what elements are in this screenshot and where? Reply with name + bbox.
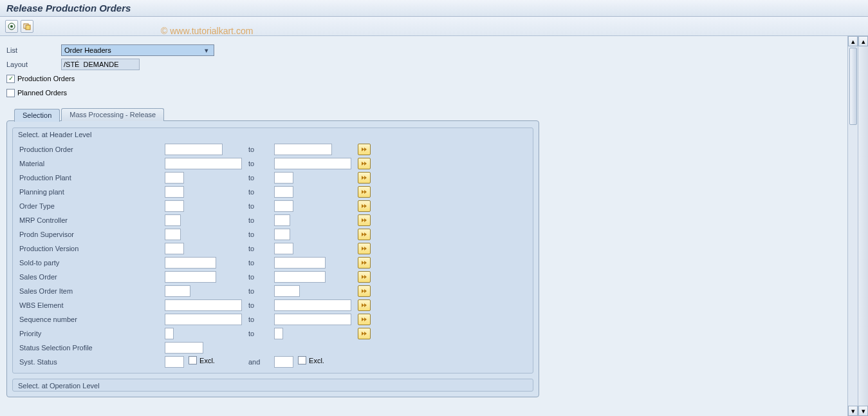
label-soldto: Sold-to party (17, 259, 165, 267)
label-priority: Priority (17, 330, 165, 337)
syst-status-from[interactable] (165, 356, 184, 368)
multi-select-button[interactable] (358, 328, 371, 339)
production-order-from[interactable] (165, 144, 223, 155)
row-material: Material to (13, 156, 533, 171)
version-from[interactable] (165, 243, 184, 254)
label-sales-item: Sales Order Item (17, 287, 165, 295)
and-label: and (248, 358, 274, 366)
row-sequence-number: Sequence number to (13, 312, 533, 326)
status-profile-input[interactable] (165, 342, 203, 354)
soldto-to[interactable] (274, 257, 326, 269)
excl-from-checkbox[interactable] (189, 356, 197, 364)
execute-button[interactable] (5, 20, 18, 33)
svg-point-1 (10, 25, 13, 28)
production-plant-from[interactable] (165, 172, 184, 184)
outer-scrollbar[interactable]: ▴ ▾ (858, 36, 868, 416)
to-label: to (248, 330, 274, 337)
priority-from[interactable] (165, 328, 174, 339)
priority-to[interactable] (274, 328, 283, 339)
multi-select-button[interactable] (358, 299, 371, 311)
label-order-type: Order Type (17, 202, 165, 210)
label-wbs: WBS Element (17, 301, 165, 309)
label-seq: Sequence number (17, 316, 165, 323)
group-header-level: Select. at Header Level Production Order… (12, 128, 533, 373)
multi-select-button[interactable] (358, 257, 371, 269)
wbs-to[interactable] (274, 299, 351, 311)
label-sales-order: Sales Order (17, 273, 165, 281)
multi-select-button[interactable] (358, 158, 371, 169)
planned-orders-checkbox[interactable] (6, 89, 15, 97)
sales-item-from[interactable] (165, 285, 190, 297)
excl-to-checkbox[interactable] (298, 356, 306, 364)
label-status-profile: Status Selection Profile (17, 344, 165, 352)
chevron-down-icon: ▾ (202, 46, 211, 55)
multi-select-button[interactable] (358, 314, 371, 325)
production-orders-checkbox[interactable] (6, 75, 15, 83)
group-header-title: Select. at Header Level (13, 128, 533, 142)
label-planning-plant: Planning plant (17, 188, 165, 196)
scroll-up-icon[interactable]: ▴ (848, 36, 858, 46)
seq-to[interactable] (274, 314, 351, 325)
multi-select-button[interactable] (358, 144, 371, 155)
variant-button[interactable] (21, 20, 33, 33)
list-dropdown[interactable]: Order Headers ▾ (61, 44, 214, 56)
tab-selection[interactable]: Selection (14, 109, 60, 122)
multi-select-button[interactable] (358, 172, 371, 184)
production-plant-to[interactable] (274, 172, 293, 184)
to-label: to (248, 316, 274, 323)
to-label: to (248, 174, 274, 182)
planning-plant-to[interactable] (274, 186, 293, 198)
layout-input[interactable] (61, 59, 140, 70)
multi-select-button[interactable] (358, 200, 371, 212)
multi-select-button[interactable] (358, 229, 371, 240)
row-production-version: Production Version to (13, 241, 533, 256)
scroll-down-icon[interactable]: ▾ (858, 406, 868, 416)
inner-scrollbar[interactable]: ▴ ▾ (847, 36, 858, 416)
sales-order-to[interactable] (274, 271, 326, 283)
row-wbs: WBS Element to (13, 298, 533, 312)
supervisor-to[interactable] (274, 229, 290, 240)
svg-rect-3 (26, 25, 30, 30)
label-production-plant: Production Plant (17, 174, 165, 182)
material-to[interactable] (274, 158, 351, 169)
multi-select-button[interactable] (358, 285, 371, 297)
to-label: to (248, 287, 274, 295)
layout-label: Layout (6, 61, 61, 68)
mrp-to[interactable] (274, 214, 290, 226)
wbs-from[interactable] (165, 299, 242, 311)
mrp-from[interactable] (165, 214, 181, 226)
label-syst-status: Syst. Status (17, 358, 165, 366)
to-label: to (248, 188, 274, 196)
order-type-to[interactable] (274, 200, 293, 212)
to-label: to (248, 160, 274, 167)
production-order-to[interactable] (274, 144, 332, 155)
planning-plant-from[interactable] (165, 186, 184, 198)
row-order-type: Order Type to (13, 199, 533, 213)
tab-strip: Selection Mass Processing - Release (14, 108, 843, 121)
syst-status-to[interactable] (274, 356, 293, 368)
label-production-order: Production Order (17, 146, 165, 153)
scroll-thumb[interactable] (849, 48, 857, 125)
scroll-up-icon[interactable]: ▴ (858, 36, 868, 46)
multi-select-button[interactable] (358, 214, 371, 226)
order-type-from[interactable] (165, 200, 184, 212)
seq-from[interactable] (165, 314, 242, 325)
page-title: Release Production Orders (6, 3, 131, 14)
content-area: List Order Headers ▾ Layout Production O… (0, 36, 868, 416)
to-label: to (248, 259, 274, 267)
sales-order-from[interactable] (165, 271, 216, 283)
soldto-from[interactable] (165, 257, 216, 269)
production-orders-label: Production Orders (17, 75, 75, 82)
multi-select-button[interactable] (358, 271, 371, 283)
material-from[interactable] (165, 158, 242, 169)
sales-item-to[interactable] (274, 285, 300, 297)
multi-select-button[interactable] (358, 186, 371, 198)
tab-mass-processing[interactable]: Mass Processing - Release (61, 108, 164, 121)
label-version: Production Version (17, 245, 165, 252)
supervisor-from[interactable] (165, 229, 181, 240)
multi-select-button[interactable] (358, 243, 371, 254)
version-to[interactable] (274, 243, 293, 254)
scroll-down-icon[interactable]: ▾ (848, 406, 858, 416)
to-label: to (248, 301, 274, 309)
to-label: to (248, 231, 274, 238)
